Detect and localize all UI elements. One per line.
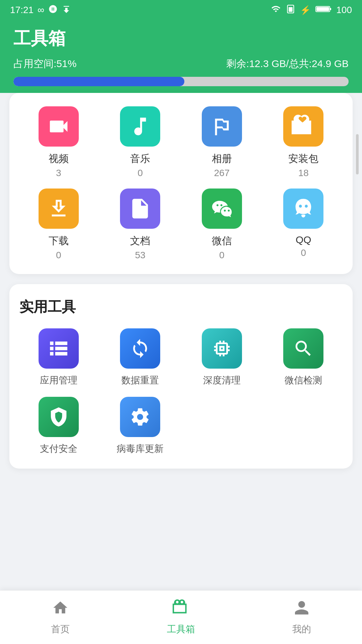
paysafe-label: 支付安全	[40, 442, 77, 455]
apk-icon-bg	[283, 106, 323, 147]
qq-icon-bg	[283, 189, 323, 229]
virusupdate-icon	[120, 397, 160, 437]
bottom-nav: 首页 工具箱 我的	[0, 590, 362, 644]
storage-info: 占用空间:51% 剩余:12.3 GB/总共:24.9 GB	[13, 57, 349, 71]
document-count: 53	[135, 250, 145, 261]
tool-wechatcheck[interactable]: 微信检测	[264, 328, 343, 387]
qq-label: QQ	[296, 234, 311, 246]
video-label: 视频	[49, 152, 69, 166]
photo-count: 267	[214, 168, 230, 178]
document-label: 文档	[130, 234, 150, 248]
music-label: 音乐	[130, 152, 150, 166]
download-label: 下载	[49, 234, 69, 248]
wechat-count: 0	[219, 250, 225, 261]
home-icon	[52, 599, 69, 620]
apk-label: 安装包	[288, 152, 318, 166]
svg-rect-3	[330, 8, 331, 10]
video-count: 3	[56, 168, 61, 178]
video-icon-bg	[39, 106, 79, 147]
wechatcheck-icon	[283, 328, 323, 369]
tool-deepclean[interactable]: 深度清理	[183, 328, 261, 387]
category-grid: 视频 3 音乐 0 相册 267	[19, 106, 343, 261]
header: 工具箱 占用空间:51% 剩余:12.3 GB/总共:24.9 GB	[0, 20, 362, 100]
charging-icon: ⚡	[300, 5, 311, 15]
category-download[interactable]: 下载 0	[19, 189, 98, 261]
tools-title: 实用工具	[19, 298, 343, 316]
nav-toolbox[interactable]: 工具箱	[121, 599, 241, 636]
category-photo[interactable]: 相册 267	[183, 106, 261, 178]
nav-home-label: 首页	[51, 623, 70, 636]
nav-home[interactable]: 首页	[1, 599, 120, 636]
storage-progress-fill	[13, 77, 184, 86]
photo-label: 相册	[212, 152, 232, 166]
status-right: ⚡ 100	[270, 4, 352, 16]
wifi-icon	[270, 4, 281, 16]
status-camera-icon	[48, 4, 58, 16]
tools-card: 实用工具 应用管理 数据重置 深度清理	[9, 284, 353, 469]
datareset-label: 数据重置	[121, 374, 159, 387]
tool-paysafe[interactable]: 支付安全	[19, 397, 98, 455]
tool-virusupdate[interactable]: 病毒库更新	[101, 397, 180, 455]
storage-remain: 剩余:12.3 GB/总共:24.9 GB	[226, 57, 349, 71]
datareset-icon	[120, 328, 160, 369]
sim-icon	[286, 4, 295, 16]
tools-grid: 应用管理 数据重置 深度清理 微信检测	[19, 328, 343, 455]
qq-count: 0	[301, 248, 306, 258]
tool-datareset[interactable]: 数据重置	[101, 328, 180, 387]
status-bar: 17:21 ∞ ⚡ 100	[0, 0, 362, 20]
mine-icon	[293, 599, 310, 620]
page-title: 工具箱	[13, 27, 349, 50]
category-document[interactable]: 文档 53	[101, 189, 180, 261]
storage-used: 占用空间:51%	[13, 57, 76, 71]
category-video[interactable]: 视频 3	[19, 106, 98, 178]
music-icon-bg	[120, 106, 160, 147]
music-count: 0	[137, 168, 143, 178]
battery-percent: 100	[336, 5, 352, 15]
document-icon-bg	[120, 189, 160, 229]
wechatcheck-label: 微信检测	[285, 374, 322, 387]
toolbox-icon	[173, 599, 189, 620]
status-download-icon	[62, 4, 71, 16]
wechat-label: 微信	[212, 234, 232, 248]
category-qq[interactable]: QQ 0	[264, 189, 343, 261]
appmanage-icon	[39, 328, 79, 369]
appmanage-label: 应用管理	[40, 374, 77, 387]
virusupdate-label: 病毒库更新	[117, 442, 164, 455]
paysafe-icon	[39, 397, 79, 437]
category-wechat[interactable]: 微信 0	[183, 189, 261, 261]
main-content: 视频 3 音乐 0 相册 267	[0, 93, 362, 532]
status-infinity-icon: ∞	[38, 5, 44, 15]
category-apk[interactable]: 安装包 18	[264, 106, 343, 178]
nav-toolbox-label: 工具箱	[167, 623, 195, 636]
apk-count: 18	[298, 168, 309, 178]
status-time: 17:21	[10, 5, 34, 15]
svg-rect-1	[289, 7, 293, 12]
storage-progress-bg	[13, 77, 349, 86]
status-left: 17:21 ∞	[10, 4, 71, 16]
deepclean-icon	[202, 328, 242, 369]
battery-icon	[315, 4, 331, 16]
download-count: 0	[56, 250, 61, 261]
wechat-icon-bg	[202, 189, 242, 229]
nav-mine[interactable]: 我的	[242, 599, 361, 636]
category-music[interactable]: 音乐 0	[101, 106, 180, 178]
photo-icon-bg	[202, 106, 242, 147]
download-icon-bg	[39, 189, 79, 229]
deepclean-label: 深度清理	[203, 374, 241, 387]
scroll-indicator	[356, 134, 359, 174]
tool-appmanage[interactable]: 应用管理	[19, 328, 98, 387]
file-category-card: 视频 3 音乐 0 相册 267	[9, 93, 353, 274]
nav-mine-label: 我的	[292, 623, 311, 636]
svg-rect-4	[316, 7, 329, 11]
